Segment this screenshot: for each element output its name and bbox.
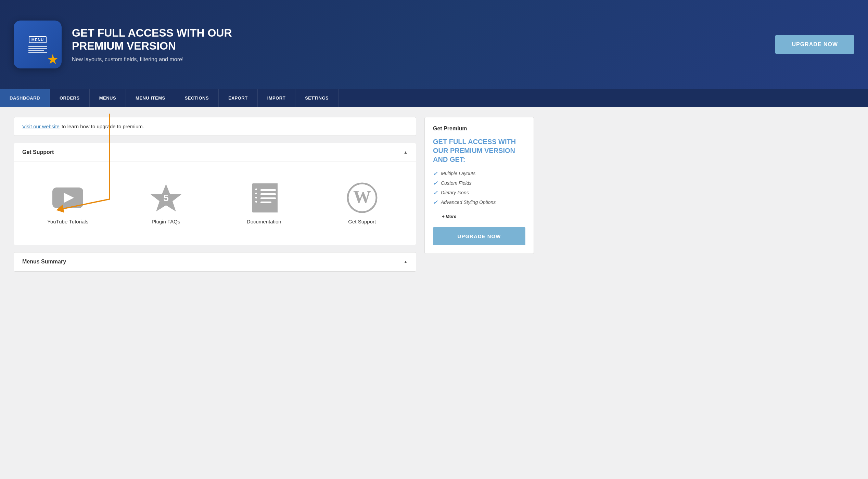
hero-left: MENU GET FULL ACCESS WITH OUR PREMIUM VE…	[14, 21, 775, 68]
nav-menus[interactable]: MENUS	[90, 89, 126, 107]
sidebar-feature-2: ✓ Custom Fields	[433, 180, 525, 186]
sidebar-feature-3: ✓ Dietary Icons	[433, 190, 525, 196]
get-support-toggle[interactable]: ▲	[404, 150, 408, 155]
hero-title: GET FULL ACCESS WITH OUR PREMIUM VERSION	[72, 26, 277, 53]
svg-text:5: 5	[163, 193, 169, 203]
check-icon-2: ✓	[433, 180, 437, 186]
icon-line-1	[28, 46, 47, 47]
support-item-faq[interactable]: 5 Plugin FAQs	[135, 176, 197, 231]
svg-rect-12	[260, 189, 276, 191]
nav-settings[interactable]: SETTINGS	[295, 89, 339, 107]
hero-plugin-icon: MENU	[14, 21, 62, 68]
content-area: Visit our website to learn how to upgrad…	[0, 107, 548, 282]
menus-summary-header[interactable]: Menus Summary ▲	[14, 253, 416, 271]
hero-subtitle: New layouts, custom fields, filtering an…	[72, 56, 277, 63]
get-support-title: Get Support	[22, 149, 54, 155]
hero-banner: MENU GET FULL ACCESS WITH OUR PREMIUM VE…	[0, 0, 868, 89]
support-item-docs[interactable]: Documentation	[233, 176, 295, 231]
check-icon-1: ✓	[433, 170, 437, 177]
icon-line-4	[28, 52, 47, 53]
icon-line-3	[28, 50, 44, 51]
nav-export[interactable]: EXPORT	[219, 89, 257, 107]
svg-rect-15	[260, 202, 271, 203]
support-item-youtube[interactable]: YouTube Tutorials	[37, 176, 99, 231]
info-bar-text: to learn how to upgrade to premium.	[62, 124, 144, 129]
support-item-wp[interactable]: W Get Support	[331, 176, 393, 231]
main-content: Visit our website to learn how to upgrad…	[14, 117, 416, 272]
menus-summary-toggle[interactable]: ▲	[404, 259, 408, 264]
check-icon-4: ✓	[433, 199, 437, 206]
feature-label-2: Custom Fields	[441, 180, 471, 186]
svg-rect-14	[260, 197, 276, 199]
svg-rect-13	[260, 193, 276, 195]
nav-dashboard[interactable]: DASHBOARD	[0, 89, 50, 107]
sidebar-feature-4: ✓ Advanced Styling Options	[433, 199, 525, 206]
get-support-header[interactable]: Get Support ▲	[14, 143, 416, 162]
nav-menu-items[interactable]: MENU ITEMS	[126, 89, 175, 107]
sidebar-card: Get Premium GET FULL ACCESS WITH OUR PRE…	[424, 117, 534, 254]
plus-more: + More	[433, 214, 525, 219]
docs-icon	[247, 182, 281, 213]
youtube-label: YouTube Tutorials	[47, 219, 88, 224]
sidebar-features-list: ✓ Multiple Layouts ✓ Custom Fields ✓ Die…	[433, 171, 525, 206]
wordpress-icon: W	[345, 182, 379, 213]
menus-summary-section: Menus Summary ▲	[14, 252, 416, 272]
feature-label-4: Advanced Styling Options	[441, 199, 496, 205]
feature-label-3: Dietary Icons	[441, 190, 469, 195]
nav-orders[interactable]: ORDERS	[50, 89, 90, 107]
hero-text: GET FULL ACCESS WITH OUR PREMIUM VERSION…	[72, 26, 277, 63]
icon-line-2	[28, 48, 47, 49]
upgrade-button-hero[interactable]: UPGRADE NOW	[775, 35, 854, 54]
feature-label-1: Multiple Layouts	[441, 171, 475, 176]
sidebar-feature-1: ✓ Multiple Layouts	[433, 171, 525, 177]
sidebar-title: Get Premium	[433, 126, 525, 132]
menus-summary-title: Menus Summary	[22, 259, 66, 265]
docs-label: Documentation	[247, 219, 281, 224]
main-nav: DASHBOARD ORDERS MENUS MENU ITEMS SECTIO…	[0, 89, 868, 107]
faq-icon: 5	[149, 182, 183, 213]
check-icon-3: ✓	[433, 190, 437, 196]
upgrade-button-sidebar[interactable]: UPGRADE NOW	[433, 227, 525, 245]
nav-sections[interactable]: SECTIONS	[175, 89, 219, 107]
nav-import[interactable]: IMPORT	[258, 89, 296, 107]
svg-text:W: W	[353, 187, 371, 207]
get-support-section: Get Support ▲ YouTube Tutorials	[14, 143, 416, 245]
get-support-body: YouTube Tutorials 5 Plugin FAQs	[14, 162, 416, 245]
hero-icon-lines	[28, 46, 47, 53]
hero-menu-label: MENU	[29, 36, 47, 43]
youtube-icon	[51, 182, 85, 213]
content-wrapper: Visit our website to learn how to upgrad…	[0, 107, 868, 282]
star-icon	[47, 54, 58, 65]
website-link[interactable]: Visit our website	[22, 124, 60, 129]
info-bar: Visit our website to learn how to upgrad…	[14, 117, 416, 136]
faq-label: Plugin FAQs	[152, 219, 180, 224]
sidebar: Get Premium GET FULL ACCESS WITH OUR PRE…	[424, 117, 534, 272]
wp-support-label: Get Support	[348, 219, 376, 224]
sidebar-heading: GET FULL ACCESS WITH OUR PREMIUM VERSION…	[433, 137, 525, 164]
hero-right: UPGRADE NOW	[775, 35, 854, 54]
